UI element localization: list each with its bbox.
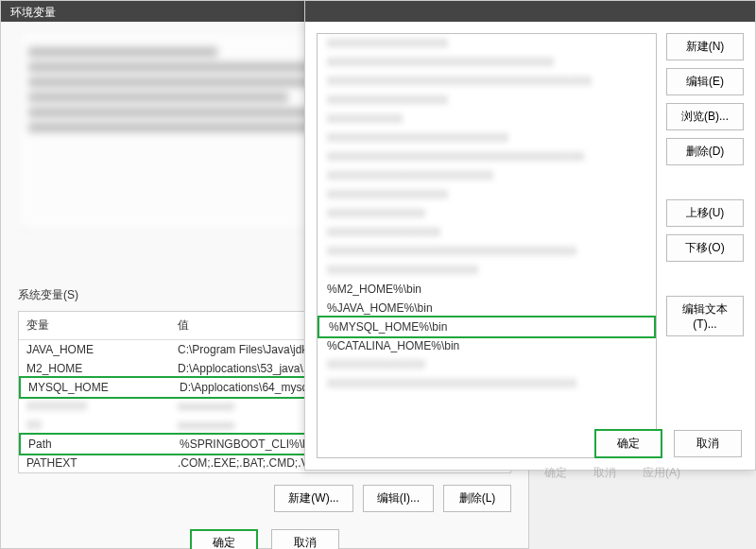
path-down-button[interactable]: 下移(O): [666, 234, 744, 262]
list-item[interactable]: XXXXXXXXXXXXXXXXXXXXXXXXXXXXXX: [318, 53, 656, 72]
list-item[interactable]: %JAVA_HOME%\bin: [318, 299, 656, 317]
list-item[interactable]: XXXXXXXXXXXXXXXXXXXX: [318, 261, 656, 280]
env-cancel-button[interactable]: 取消: [271, 529, 339, 549]
list-item[interactable]: XXXXXXXXXX: [318, 110, 656, 129]
path-browse-button[interactable]: 浏览(B)...: [666, 103, 744, 130]
list-item[interactable]: XXXXXXXXXXXXXXXXXXXXXXXXXXXXXXXXXX: [318, 147, 656, 166]
list-item[interactable]: XXXXXXXXXXXXXXXXXXXXXXXXXXXXXXXXXXX: [318, 72, 656, 91]
path-edit-button[interactable]: 编辑(E): [666, 68, 744, 95]
path-delete-button[interactable]: 删除(D): [666, 138, 744, 165]
list-item[interactable]: XXXXXXXXXXXXXXX: [318, 223, 656, 242]
list-item[interactable]: XXXXXXXXXXXXXXXX: [318, 91, 656, 110]
env-ok-button[interactable]: 确定: [190, 529, 258, 549]
edit-path-dialog: XXXXXXXXXXXXXXXX XXXXXXXXXXXXXXXXXXXXXXX…: [304, 0, 756, 471]
sys-edit-button[interactable]: 编辑(I)...: [363, 485, 434, 512]
list-item[interactable]: XXXXXXXXXXXXXXXX: [318, 34, 656, 53]
list-item[interactable]: XXXXXXXXXXXXXXXXXXXXXXXXXXXXXXXXX: [318, 242, 656, 261]
path-up-button[interactable]: 上移(U): [666, 199, 744, 227]
path-edittext-button[interactable]: 编辑文本(T)...: [666, 296, 744, 336]
ghost-buttons: 确定 取消 应用(A): [529, 459, 696, 487]
path-ok-button[interactable]: 确定: [594, 429, 662, 458]
list-item[interactable]: XXXXXXXXXXXXX: [318, 355, 656, 374]
list-item[interactable]: %M2_HOME%\bin: [318, 280, 656, 299]
path-list[interactable]: XXXXXXXXXXXXXXXX XXXXXXXXXXXXXXXXXXXXXXX…: [317, 33, 657, 458]
list-item[interactable]: XXXXXXXXXXXXX: [318, 204, 656, 223]
list-item[interactable]: XXXXXXXXXXXXXXXX: [318, 185, 656, 204]
path-new-button[interactable]: 新建(N): [666, 33, 744, 60]
list-item[interactable]: %CATALINA_HOME%\bin: [318, 336, 656, 355]
path-titlebar: [305, 1, 755, 22]
list-item[interactable]: XXXXXXXXXXXXXXXXXXXXXX: [318, 166, 656, 185]
list-item[interactable]: XXXXXXXXXXXXXXXXXXXXXXXXXXXXXXXXX: [318, 374, 656, 393]
list-item[interactable]: XXXXXXXXXXXXXXXXXXXXXXXX: [318, 129, 656, 147]
path-side-buttons: 新建(N) 编辑(E) 浏览(B)... 删除(D) 上移(U) 下移(O) 编…: [666, 33, 744, 458]
sys-delete-button[interactable]: 删除(L): [443, 485, 511, 512]
title-text: 环境变量: [10, 6, 56, 19]
sys-new-button[interactable]: 新建(W)...: [274, 485, 352, 512]
list-item-mysql[interactable]: %MYSQL_HOME%\bin: [318, 316, 656, 338]
path-cancel-button[interactable]: 取消: [674, 430, 742, 457]
header-name: 变量: [26, 317, 178, 334]
